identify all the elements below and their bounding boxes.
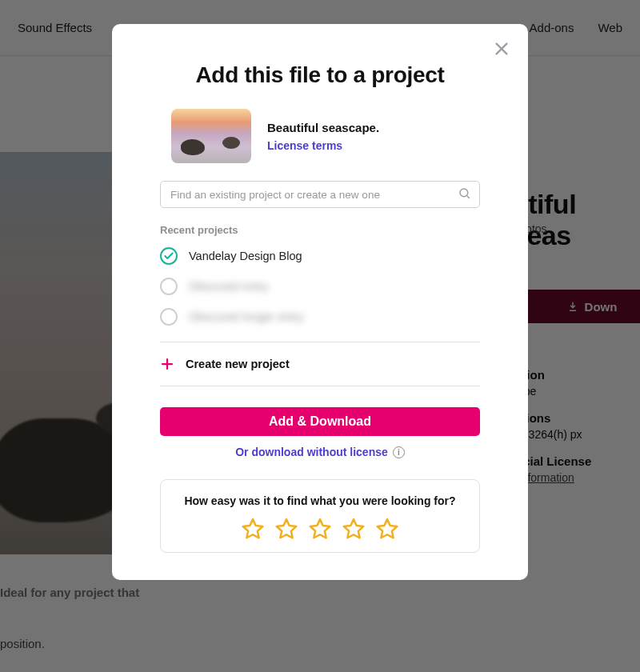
recent-projects-label: Recent projects (160, 224, 480, 236)
info-icon[interactable]: i (393, 446, 405, 458)
project-item[interactable]: Obscured longer entry (160, 308, 480, 326)
add-to-project-modal: Add this file to a project Beautiful sea… (112, 24, 528, 580)
radio-unselected[interactable] (160, 278, 178, 295)
star-icon[interactable] (274, 517, 298, 541)
feedback-box: How easy was it to find what you were lo… (160, 479, 480, 553)
project-list: Vandelay Design Blog Obscured entry Obsc… (160, 247, 480, 326)
project-item[interactable]: Obscured entry (160, 278, 480, 295)
divider (160, 342, 480, 342)
star-icon[interactable] (241, 517, 265, 541)
star-icon[interactable] (342, 517, 366, 541)
search-icon (458, 186, 472, 201)
add-download-button[interactable]: Add & Download (160, 407, 480, 436)
star-icon[interactable] (308, 517, 332, 541)
project-search (160, 181, 480, 208)
download-without-license-label: Or download without license (235, 446, 388, 458)
file-thumbnail (171, 109, 251, 163)
download-without-license-link[interactable]: Or download without license i (160, 446, 480, 458)
create-new-project[interactable]: Create new project (160, 357, 480, 371)
project-item-label: Obscured longer entry (189, 310, 303, 323)
license-terms-link[interactable]: License terms (267, 139, 379, 152)
star-rating (169, 517, 471, 541)
modal-overlay[interactable]: Add this file to a project Beautiful sea… (0, 0, 640, 672)
divider (160, 386, 480, 386)
search-input[interactable] (160, 181, 480, 208)
file-name: Beautiful seascape. (267, 121, 379, 134)
modal-title: Add this file to a project (160, 62, 480, 88)
project-item-label: Obscured entry (189, 280, 268, 293)
close-icon[interactable] (493, 40, 510, 58)
plus-icon (160, 357, 174, 371)
svg-point-0 (460, 189, 468, 197)
radio-selected[interactable] (160, 247, 178, 265)
file-summary: Beautiful seascape. License terms (160, 109, 480, 163)
project-item[interactable]: Vandelay Design Blog (160, 247, 480, 265)
project-item-label: Vandelay Design Blog (189, 250, 302, 262)
create-new-project-label: Create new project (186, 358, 290, 370)
radio-unselected[interactable] (160, 308, 178, 326)
star-icon[interactable] (375, 517, 399, 541)
feedback-question: How easy was it to find what you were lo… (169, 494, 471, 507)
